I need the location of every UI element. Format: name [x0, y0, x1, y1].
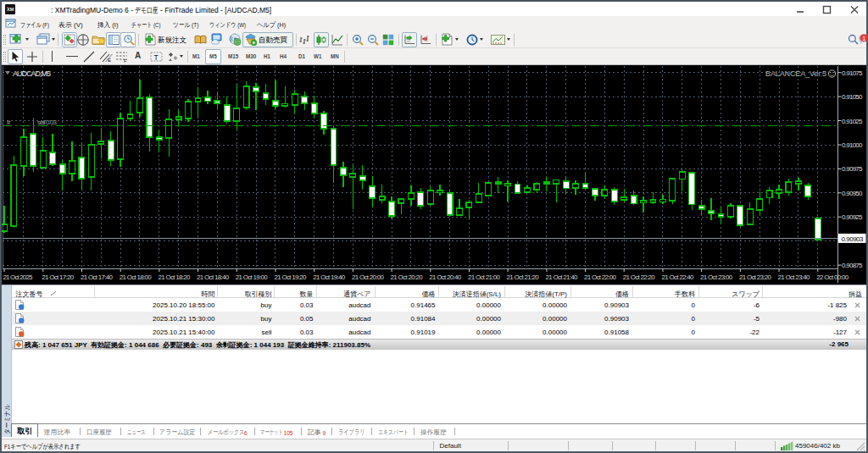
- svg-text:21 Oct 19:00: 21 Oct 19:00: [236, 273, 269, 281]
- svg-text:0.91025: 0.91025: [842, 118, 863, 125]
- svg-text:21 Oct 17:20: 21 Oct 17:20: [42, 273, 75, 281]
- svg-text:21 Oct 22:20: 21 Oct 22:20: [623, 273, 656, 281]
- svg-text:21 Oct 23:00: 21 Oct 23:00: [700, 273, 733, 281]
- svg-text:0.90903: 0.90903: [842, 235, 865, 243]
- svg-text:21 Oct 19:20: 21 Oct 19:20: [275, 273, 308, 281]
- svg-text:#: #: [7, 119, 11, 126]
- svg-text:1: 1: [862, 35, 866, 42]
- svg-text:0.91050: 0.91050: [842, 93, 863, 101]
- svg-text:sell 0.03: sell 0.03: [37, 119, 58, 126]
- svg-text:AUDCAD,M5: AUDCAD,M5: [13, 69, 51, 78]
- svg-text:21 Oct 18:00: 21 Oct 18:00: [120, 273, 153, 281]
- svg-text:21 Oct 18:40: 21 Oct 18:40: [197, 273, 230, 281]
- svg-text:0.90875: 0.90875: [842, 262, 863, 269]
- svg-text:0.91075: 0.91075: [842, 69, 863, 77]
- svg-text:21 Oct 22:40: 21 Oct 22:40: [662, 273, 695, 281]
- svg-text:21 Oct 21:20: 21 Oct 21:20: [507, 273, 540, 281]
- svg-text:21 Oct 19:40: 21 Oct 19:40: [313, 273, 346, 281]
- svg-text:0.90975: 0.90975: [842, 165, 863, 173]
- svg-text:0.90950: 0.90950: [842, 190, 863, 197]
- svg-text:21 Oct 20:00: 21 Oct 20:00: [352, 273, 385, 281]
- svg-text:21 Oct 23:40: 21 Oct 23:40: [778, 273, 811, 281]
- svg-text:21 Oct 22:00: 21 Oct 22:00: [584, 273, 617, 281]
- svg-text:21 Oct 18:20: 21 Oct 18:20: [158, 273, 191, 281]
- svg-text:E: E: [108, 58, 111, 63]
- svg-text:21 Oct 17:40: 21 Oct 17:40: [81, 273, 114, 281]
- svg-text:21 Oct 23:20: 21 Oct 23:20: [739, 273, 772, 281]
- svg-text:22 Oct 00:00: 22 Oct 00:00: [816, 273, 849, 281]
- svg-text:21 Oct 2025: 21 Oct 2025: [3, 273, 34, 281]
- svg-text:21 Oct 20:40: 21 Oct 20:40: [429, 273, 462, 281]
- svg-text:21 Oct 21:00: 21 Oct 21:00: [468, 273, 501, 281]
- svg-text:0.91000: 0.91000: [842, 141, 863, 149]
- svg-text:21 Oct 21:40: 21 Oct 21:40: [545, 273, 578, 281]
- svg-text:BALANCEA_Ver.5: BALANCEA_Ver.5: [765, 69, 826, 78]
- svg-text:0.90925: 0.90925: [842, 213, 863, 221]
- svg-text:F: F: [124, 58, 127, 64]
- svg-text:21 Oct 20:20: 21 Oct 20:20: [391, 273, 424, 281]
- svg-text:T: T: [153, 53, 158, 62]
